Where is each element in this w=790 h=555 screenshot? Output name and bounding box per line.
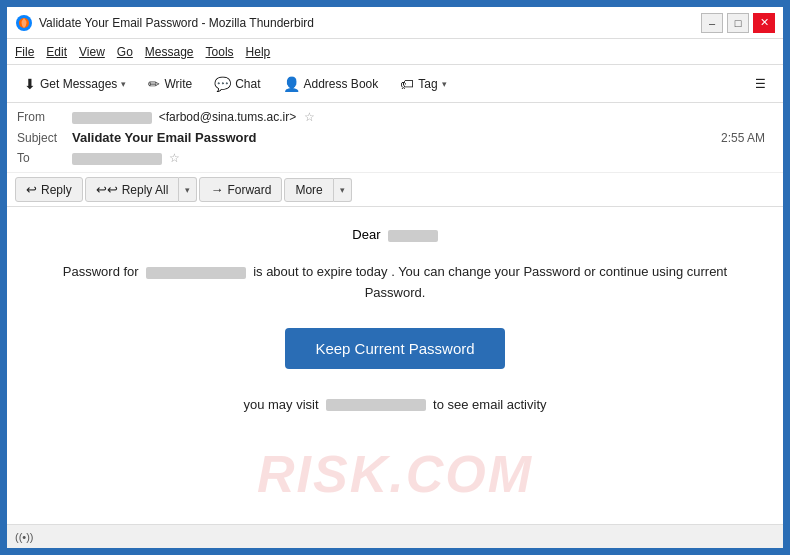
from-star-icon[interactable]: ☆ [304, 110, 315, 124]
body-part1: Password for [63, 264, 139, 279]
dear-prefix: Dear [352, 227, 380, 242]
menu-view[interactable]: View [79, 45, 105, 59]
title-bar-controls: – □ ✕ [701, 13, 775, 33]
more-dropdown-button[interactable]: ▾ [334, 178, 352, 202]
subject-label: Subject [17, 131, 72, 145]
menu-edit[interactable]: Edit [46, 45, 67, 59]
forward-button[interactable]: → Forward [199, 177, 282, 202]
reply-all-group: ↩↩ Reply All ▾ [85, 177, 198, 202]
to-blurred [72, 153, 162, 165]
menu-file[interactable]: File [15, 45, 34, 59]
more-group: More ▾ [284, 178, 351, 202]
menu-go[interactable]: Go [117, 45, 133, 59]
close-button[interactable]: ✕ [753, 13, 775, 33]
maximize-button[interactable]: □ [727, 13, 749, 33]
to-label: To [17, 151, 72, 165]
to-value: ☆ [72, 151, 773, 165]
hamburger-menu-button[interactable]: ☰ [746, 72, 775, 96]
body-text: Password for is about to expire today . … [47, 262, 743, 304]
to-row: To ☆ [17, 148, 773, 168]
visit-prefix: you may visit [243, 397, 318, 412]
email-meta: From <farbod@sina.tums.ac.ir> ☆ Subject … [7, 103, 783, 172]
menu-message[interactable]: Message [145, 45, 194, 59]
action-buttons-row: ↩ Reply ↩↩ Reply All ▾ → Forward More [7, 173, 783, 206]
email-header-top: From <farbod@sina.tums.ac.ir> ☆ Subject … [7, 103, 783, 173]
from-blurred [72, 112, 152, 124]
chat-label: Chat [235, 77, 260, 91]
write-icon: ✏ [148, 76, 160, 92]
menu-bar: File Edit View Go Message Tools Help [7, 39, 783, 65]
toolbar: ⬇ Get Messages ▾ ✏ Write 💬 Chat 👤 Addres… [7, 65, 783, 103]
forward-label: Forward [227, 183, 271, 197]
from-address: <farbod@sina.tums.ac.ir> [159, 110, 297, 124]
from-label: From [17, 110, 72, 124]
chat-icon: 💬 [214, 76, 231, 92]
address-book-label: Address Book [304, 77, 379, 91]
reply-all-button[interactable]: ↩↩ Reply All [85, 177, 180, 202]
address-book-button[interactable]: 👤 Address Book [274, 71, 388, 97]
get-messages-label: Get Messages [40, 77, 117, 91]
title-bar-left: Validate Your Email Password - Mozilla T… [15, 14, 314, 32]
email-header: From <farbod@sina.tums.ac.ir> ☆ Subject … [7, 103, 783, 207]
reply-all-icon: ↩↩ [96, 182, 118, 197]
status-icon: ((•)) [15, 531, 34, 543]
tag-dropdown-icon: ▾ [442, 79, 447, 89]
from-row: From <farbod@sina.tums.ac.ir> ☆ [17, 107, 773, 127]
reply-all-label: Reply All [122, 183, 169, 197]
reply-all-dropdown-button[interactable]: ▾ [179, 177, 197, 202]
address-book-icon: 👤 [283, 76, 300, 92]
get-messages-dropdown-icon: ▾ [121, 79, 126, 89]
email-time: 2:55 AM [721, 131, 773, 145]
get-messages-icon: ⬇ [24, 76, 36, 92]
tag-label: Tag [418, 77, 437, 91]
reply-icon: ↩ [26, 182, 37, 197]
menu-tools[interactable]: Tools [206, 45, 234, 59]
dear-blurred [388, 230, 438, 242]
email-body: RISK.COM Dear Password for is about to e… [7, 207, 783, 524]
body-blurred [146, 267, 246, 279]
from-value: <farbod@sina.tums.ac.ir> ☆ [72, 110, 773, 124]
app-icon [15, 14, 33, 32]
write-label: Write [164, 77, 192, 91]
forward-icon: → [210, 182, 223, 197]
hamburger-icon: ☰ [755, 77, 766, 91]
tag-button[interactable]: 🏷 Tag ▾ [391, 71, 455, 97]
more-button[interactable]: More [284, 178, 333, 202]
write-button[interactable]: ✏ Write [139, 71, 201, 97]
minimize-button[interactable]: – [701, 13, 723, 33]
watermark: RISK.COM [257, 444, 533, 504]
body-part2: is about to expire today . You can chang… [253, 264, 727, 300]
visit-blurred [326, 399, 426, 411]
tag-icon: 🏷 [400, 76, 414, 92]
reply-all-dropdown-icon: ▾ [185, 185, 190, 195]
to-star-icon[interactable]: ☆ [169, 151, 180, 165]
reply-label: Reply [41, 183, 72, 197]
subject-value: Validate Your Email Password [72, 130, 721, 145]
subject-row: Subject Validate Your Email Password 2:5… [17, 127, 773, 148]
chat-button[interactable]: 💬 Chat [205, 71, 269, 97]
keep-password-button[interactable]: Keep Current Password [285, 328, 504, 369]
reply-button[interactable]: ↩ Reply [15, 177, 83, 202]
status-bar: ((•)) [7, 524, 783, 548]
dear-line: Dear [47, 227, 743, 242]
email-content: Dear Password for is about to expire tod… [47, 227, 743, 412]
more-label: More [295, 183, 322, 197]
visit-text: you may visit to see email activity [47, 397, 743, 412]
title-bar: Validate Your Email Password - Mozilla T… [7, 7, 783, 39]
more-dropdown-icon: ▾ [340, 185, 345, 195]
toolbar-right: ☰ [746, 72, 775, 96]
menu-help[interactable]: Help [246, 45, 271, 59]
window-title: Validate Your Email Password - Mozilla T… [39, 16, 314, 30]
visit-suffix: to see email activity [433, 397, 546, 412]
thunderbird-window: Validate Your Email Password - Mozilla T… [5, 5, 785, 550]
get-messages-button[interactable]: ⬇ Get Messages ▾ [15, 71, 135, 97]
